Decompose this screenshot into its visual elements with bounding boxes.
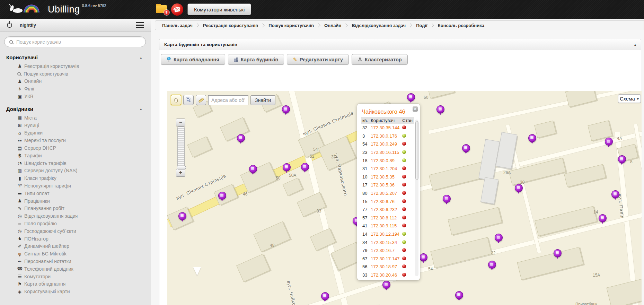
sidebar-item-personal-notes[interactable]: ✒Персональні нотатки bbox=[0, 258, 151, 265]
user-ip-link[interactable]: 172.30.18.97 bbox=[369, 263, 401, 271]
user-ip-link[interactable]: 172.30.6.232 bbox=[369, 206, 401, 214]
user-ip-link[interactable]: 172.30.8.112 bbox=[369, 214, 401, 222]
building-map-pin[interactable]: ▦ bbox=[514, 184, 523, 194]
building-map-pin[interactable]: ▦ bbox=[178, 212, 186, 223]
zoom-out-button[interactable]: − bbox=[176, 119, 185, 127]
popup-close-icon[interactable]: × bbox=[413, 106, 418, 112]
building-map-pin[interactable]: ▦ bbox=[321, 292, 329, 303]
sidebar-item-payment-type[interactable]: ▬Типи оплат bbox=[0, 190, 151, 197]
user-ip-link[interactable]: 172.30.16.115 bbox=[369, 148, 401, 157]
sidebar-item-equipment-map[interactable]: ⚑Карта обладнання bbox=[0, 280, 151, 288]
user-ip-link[interactable]: 172.30.35.144 bbox=[369, 124, 401, 132]
building-map-pin[interactable]: ▦ bbox=[528, 134, 536, 145]
building-map-pin[interactable]: ▦ bbox=[407, 93, 415, 104]
user-search-input[interactable] bbox=[16, 39, 141, 45]
sidebar-item-business-entity[interactable]: ◷Господарюючі суб`єкти bbox=[0, 227, 151, 235]
zoom-select-tool[interactable] bbox=[183, 95, 194, 105]
sidebar-item-phonebook[interactable]: ☎Телефонний довідник bbox=[0, 265, 151, 273]
building-map-pin[interactable]: ▦ bbox=[553, 249, 562, 260]
breadcrumb-item[interactable]: Панель задач bbox=[160, 23, 195, 28]
edit-map-button[interactable]: ✎ Редагувати карту bbox=[287, 54, 349, 65]
building-map-pin[interactable]: ▦ bbox=[218, 192, 226, 202]
sidebar-item-street[interactable]: ⊞Вулиці bbox=[0, 122, 151, 129]
sidebar-item-network[interactable]: ☷Мережі та послуги bbox=[0, 137, 151, 144]
map-find-button[interactable]: Знайти bbox=[250, 95, 275, 105]
sidebar-item-dynamic-shaper[interactable]: ✐Динамічний шейпер bbox=[0, 243, 151, 250]
buildings-map-button[interactable]: Карта будинків bbox=[228, 54, 284, 65]
breadcrumb-item[interactable]: Реєстрація користувачів bbox=[201, 23, 261, 28]
user-ip-link[interactable]: 172.30.5.36 bbox=[369, 181, 401, 189]
building-map-pin[interactable]: ▦ bbox=[618, 155, 626, 166]
zoom-in-button[interactable]: + bbox=[176, 169, 185, 177]
breadcrumb-item[interactable]: Відслідковування задач bbox=[350, 23, 408, 28]
phone-icon[interactable]: ☎ bbox=[171, 3, 183, 16]
sidebar-item-profile-fields[interactable]: ≡Поля профілю bbox=[0, 220, 151, 227]
building-map-pin[interactable]: ▦ bbox=[494, 234, 503, 244]
sidebar-item-speedometer[interactable]: ◔Швидкість тарифів bbox=[0, 159, 151, 167]
pan-hand-tool[interactable] bbox=[171, 95, 181, 105]
sidebar-item-tv[interactable]: ▣УКВ bbox=[0, 93, 151, 100]
sidebar-item-house[interactable]: ⌂Будинки bbox=[0, 129, 151, 137]
sidebar-item-users-online[interactable]: ♟Онлайн bbox=[0, 78, 151, 85]
building-map-pin[interactable]: ▦ bbox=[419, 253, 427, 264]
switches-live-button[interactable]: Комутатори живенькі bbox=[187, 3, 251, 15]
building-map-pin[interactable]: ▦ bbox=[436, 105, 444, 116]
logout-power-icon[interactable] bbox=[7, 23, 12, 28]
building-map-pin[interactable]: ▦ bbox=[605, 138, 613, 148]
user-ip-link[interactable]: 172.30.20.46 bbox=[369, 271, 401, 279]
ruler-tool[interactable] bbox=[196, 95, 206, 105]
building-map-pin[interactable]: ▦ bbox=[282, 163, 291, 174]
sidebar-item-city[interactable]: ▦Міста bbox=[0, 114, 151, 122]
building-map-pin[interactable]: ▦ bbox=[611, 190, 619, 201]
breadcrumb-item[interactable]: Онлайн bbox=[322, 23, 343, 28]
popup-scrollbar-thumb[interactable] bbox=[415, 121, 418, 180]
sidebar-item-search[interactable]: Пошук користувачів bbox=[0, 70, 151, 78]
building-map-pin[interactable]: ▦ bbox=[598, 214, 607, 225]
breadcrumb-item[interactable]: Пошук користувачів bbox=[266, 23, 316, 28]
user-ip-link[interactable]: 172.30.16.7 bbox=[369, 246, 401, 255]
sidebar-item-task-tracking[interactable]: ◎Відслідковування задач bbox=[0, 212, 151, 220]
section-collapse-icon[interactable]: ▴ bbox=[140, 56, 142, 59]
user-ip-link[interactable]: 172.30.9.115 bbox=[369, 222, 401, 230]
map-canvas[interactable]: вул. Січових Стрільціввул. Січових Стріл… bbox=[167, 91, 642, 305]
building-map-pin[interactable]: ▦ bbox=[382, 281, 390, 291]
building-map-pin[interactable]: ▦ bbox=[249, 165, 257, 175]
messages-folder-icon[interactable]: ! bbox=[156, 5, 167, 14]
sidebar-item-dhcp-server[interactable]: ▤Сервер DHCP bbox=[0, 144, 151, 152]
sidebar-item-user-add[interactable]: ♟Реєстрація користувачів bbox=[0, 62, 151, 70]
building-map-pin[interactable]: ▦ bbox=[455, 291, 463, 302]
sidebar-item-bs-signal[interactable]: ψСигнал БС Mikrotik bbox=[0, 250, 151, 258]
sidebar-item-user-maps[interactable]: ◈Користувацькі карти bbox=[0, 288, 151, 295]
sidebar-item-ponizator[interactable]: ♞ПОНізатор bbox=[0, 235, 151, 243]
building-map-pin[interactable]: ▦ bbox=[488, 261, 496, 271]
user-ip-link[interactable]: 172.30.15.34 bbox=[369, 238, 401, 246]
map-address-input[interactable] bbox=[208, 95, 248, 105]
clusterizer-button[interactable]: Кластеризатор bbox=[352, 54, 408, 65]
breadcrumb-item[interactable]: Консоль розробника bbox=[436, 23, 486, 28]
sidebar-item-employee[interactable]: ♟Працівники bbox=[0, 197, 151, 205]
sidebar-item-traffic-class[interactable]: ▮Класи трафіку bbox=[0, 174, 151, 182]
building-map-pin[interactable]: ▦ bbox=[237, 134, 245, 145]
zoom-slider-thumb[interactable] bbox=[177, 166, 186, 169]
zoom-slider-track[interactable] bbox=[177, 127, 185, 169]
building-map-pin[interactable]: ▦ bbox=[462, 144, 470, 155]
sidebar-item-switches[interactable]: ☰Комутатори bbox=[0, 273, 151, 280]
sidebar-item-work-planning[interactable]: ✎Планування робіт bbox=[0, 205, 151, 212]
breadcrumb-item[interactable]: Події bbox=[414, 23, 430, 28]
user-ip-link[interactable]: 172.30.5.35 bbox=[369, 173, 401, 181]
sidebar-item-sheep[interactable]: ♈Непопулярні тарифи bbox=[0, 182, 151, 190]
building-map-pin[interactable]: ▦ bbox=[442, 195, 451, 205]
layer-select-button[interactable]: Схема▼ bbox=[618, 94, 641, 103]
equipment-map-button[interactable]: Карта обладнання bbox=[161, 54, 225, 65]
sidebar-item-spider[interactable]: ✳Філії bbox=[0, 85, 151, 93]
sidebar-item-nas-server[interactable]: ▥Сервери доступу (NAS) bbox=[0, 167, 151, 175]
user-ip-link[interactable]: 172.30.1.204 bbox=[369, 165, 401, 173]
user-ip-link[interactable]: 172.30.6.76 bbox=[369, 197, 401, 206]
sidebar-item-tariff-dollar[interactable]: $Тарифи bbox=[0, 152, 151, 159]
user-ip-link[interactable]: 172.30.0.176 bbox=[369, 132, 401, 140]
user-ip-link[interactable]: 172.30.0.249 bbox=[369, 140, 401, 148]
menu-burger-icon[interactable] bbox=[136, 22, 144, 28]
sidebar-section-title[interactable]: Довідники ▴ bbox=[0, 100, 151, 114]
user-ip-link[interactable]: 172.30.0.89 bbox=[369, 156, 401, 165]
panel-collapse-arrow[interactable]: ▴ bbox=[634, 43, 636, 46]
